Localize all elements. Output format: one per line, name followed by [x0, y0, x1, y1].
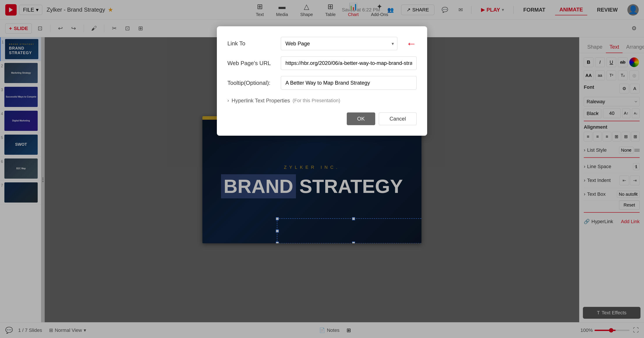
tooltip-row: Tooltip(Optional): [227, 76, 417, 90]
cancel-button[interactable]: Cancel [379, 112, 417, 125]
modal-overlay: Link To Web Page ▾ ← Web Page's URL Tool… [0, 0, 644, 338]
hyperlink-text-props: › Hyperlink Text Properties (For this Pr… [227, 96, 417, 105]
url-label: Web Page's URL [227, 60, 276, 67]
red-arrow-icon: ← [406, 38, 417, 50]
props-chevron-icon: › [227, 98, 229, 104]
hyperlink-props-label: Hyperlink Text Properties [232, 98, 290, 104]
tooltip-label: Tooltip(Optional): [227, 80, 276, 86]
ok-button[interactable]: OK [347, 112, 376, 125]
hyperlink-props-sub: (For this Presentation) [293, 98, 340, 104]
modal-buttons: OK Cancel [227, 112, 417, 125]
link-to-row: Link To Web Page ▾ ← [227, 37, 417, 50]
url-row: Web Page's URL [227, 56, 417, 70]
link-to-select-wrap: Web Page ▾ [281, 37, 397, 50]
link-to-dropdown[interactable]: Web Page [281, 37, 397, 50]
url-input[interactable] [281, 56, 417, 70]
hyperlink-dialog: Link To Web Page ▾ ← Web Page's URL Tool… [217, 26, 427, 136]
tooltip-input[interactable] [281, 76, 417, 90]
link-to-label: Link To [227, 40, 276, 47]
